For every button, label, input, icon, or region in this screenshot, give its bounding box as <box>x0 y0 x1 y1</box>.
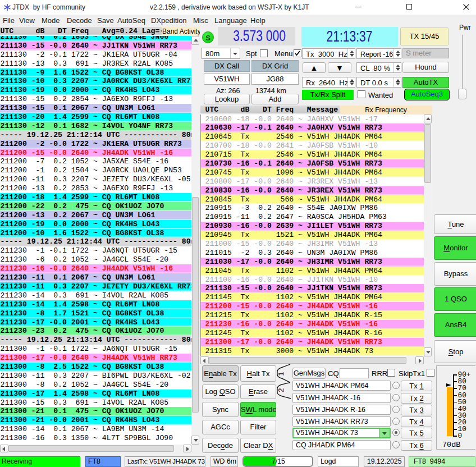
svg-text:2: 2 <box>277 388 285 392</box>
svg-text:1: 1 <box>277 372 285 376</box>
